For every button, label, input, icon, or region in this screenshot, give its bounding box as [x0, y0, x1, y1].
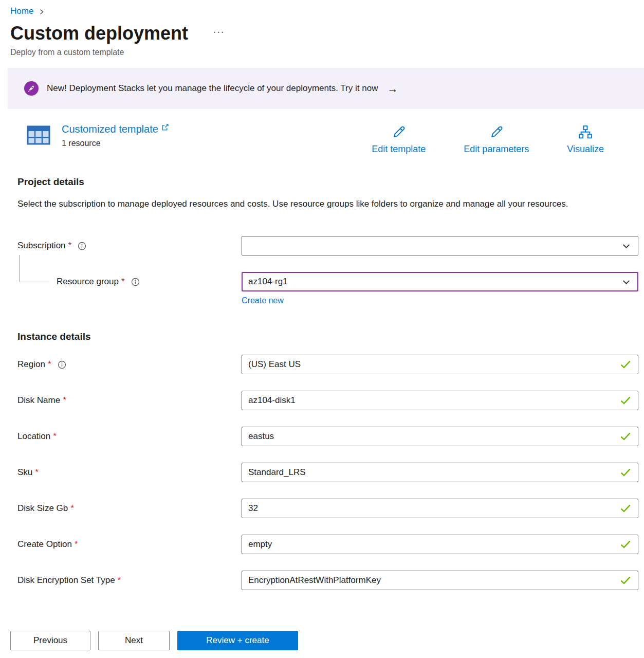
chevron-right-icon	[39, 8, 45, 15]
region-label: Region *	[17, 359, 242, 370]
create-option-input[interactable]: empty	[242, 535, 638, 554]
page-subtitle: Deploy from a custom template	[0, 48, 644, 57]
wizard-footer: Previous Next Review + create	[0, 623, 644, 658]
create-option-row: Create Option * empty	[17, 535, 638, 554]
valid-check-icon	[620, 504, 631, 513]
template-summary: Customized template 1 resource Edit temp…	[27, 123, 644, 155]
banner-text: New! Deployment Stacks let you manage th…	[47, 83, 378, 94]
region-input[interactable]: (US) East US	[242, 355, 638, 374]
required-asterisk: *	[121, 277, 125, 287]
resource-group-select[interactable]: az104-rg1	[242, 272, 638, 291]
breadcrumb-home-link[interactable]: Home	[10, 6, 33, 16]
arrow-right-icon[interactable]: →	[387, 83, 398, 94]
template-grid-icon	[27, 124, 50, 148]
disk-name-row: Disk Name * az104-disk1	[17, 391, 638, 410]
info-icon[interactable]	[58, 360, 66, 369]
create-option-label: Create Option *	[17, 539, 242, 550]
subscription-row: Subscription *	[17, 236, 638, 255]
sku-input[interactable]: Standard_LRS	[242, 463, 638, 482]
instance-details-heading: Instance details	[17, 331, 638, 342]
info-icon[interactable]	[131, 278, 140, 286]
disk-size-input[interactable]: 32	[242, 499, 638, 518]
project-details-heading: Project details	[17, 176, 644, 188]
more-options-icon[interactable]: ···	[213, 26, 225, 38]
edit-template-button[interactable]: Edit template	[372, 124, 426, 155]
disk-size-row: Disk Size Gb * 32	[17, 499, 638, 518]
disk-encryption-set-type-row: Disk Encryption Set Type * EncryptionAtR…	[17, 571, 638, 590]
project-details-description: Select the subscription to manage deploy…	[17, 197, 614, 211]
deployment-stacks-banner[interactable]: New! Deployment Stacks let you manage th…	[8, 68, 644, 109]
sku-label: Sku *	[17, 467, 242, 478]
required-asterisk: *	[35, 467, 39, 478]
location-row: Location * eastus	[17, 427, 638, 446]
valid-check-icon	[620, 360, 631, 369]
valid-check-icon	[620, 432, 631, 441]
required-asterisk: *	[75, 539, 78, 550]
required-asterisk: *	[118, 575, 121, 586]
disk-encryption-set-type-input[interactable]: EncryptionAtRestWithPlatformKey	[242, 571, 638, 590]
disk-encryption-set-type-label: Disk Encryption Set Type *	[17, 575, 242, 586]
disk-size-label: Disk Size Gb *	[17, 503, 242, 514]
valid-check-icon	[620, 576, 631, 585]
review-create-button[interactable]: Review + create	[177, 631, 298, 650]
chevron-down-icon	[622, 242, 631, 250]
previous-button[interactable]: Previous	[10, 631, 90, 650]
edit-parameters-button[interactable]: Edit parameters	[464, 124, 529, 155]
required-asterisk: *	[53, 431, 57, 442]
resource-group-label: Resource group *	[17, 277, 242, 287]
sku-row: Sku * Standard_LRS	[17, 463, 638, 482]
valid-check-icon	[620, 540, 631, 549]
location-label: Location *	[17, 431, 242, 442]
valid-check-icon	[620, 396, 631, 405]
org-chart-icon	[578, 124, 593, 140]
info-icon[interactable]	[78, 242, 86, 250]
required-asterisk: *	[70, 503, 74, 514]
disk-name-label: Disk Name *	[17, 395, 242, 406]
page-title: Custom deployment	[10, 23, 188, 44]
required-asterisk: *	[48, 359, 51, 370]
template-resource-count: 1 resource	[62, 139, 169, 148]
breadcrumb: Home	[0, 0, 644, 16]
resource-group-row: Resource group * az104-rg1	[17, 272, 638, 291]
pencil-icon	[391, 124, 407, 140]
next-button[interactable]: Next	[98, 631, 170, 650]
visualize-button[interactable]: Visualize	[567, 124, 604, 155]
rocket-icon	[24, 81, 39, 96]
external-link-icon	[161, 123, 169, 131]
create-new-link[interactable]: Create new	[242, 296, 284, 305]
valid-check-icon	[620, 468, 631, 477]
required-asterisk: *	[68, 241, 72, 251]
chevron-down-icon	[622, 278, 631, 286]
pencil-icon	[489, 124, 504, 140]
subscription-select[interactable]	[242, 236, 638, 255]
location-input[interactable]: eastus	[242, 427, 638, 446]
subscription-label: Subscription *	[17, 241, 242, 251]
region-row: Region * (US) East US	[17, 355, 638, 374]
required-asterisk: *	[63, 395, 66, 406]
disk-name-input[interactable]: az104-disk1	[242, 391, 638, 410]
customized-template-link[interactable]: Customized template	[62, 123, 169, 135]
